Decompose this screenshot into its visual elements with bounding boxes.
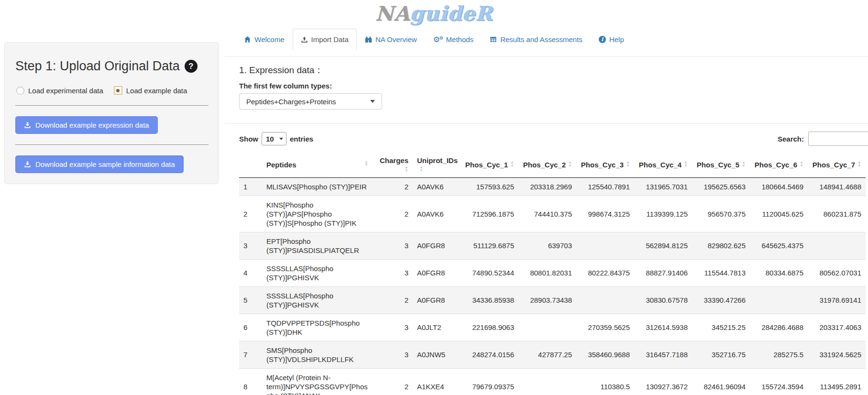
column-header-label: Uniprot_IDs	[417, 156, 458, 165]
row-index-cell: 7	[239, 341, 262, 368]
table-row[interactable]: 2KINS[Phospho (STY)]APS[Phospho (STY)]S[…	[239, 196, 866, 232]
table-cell: 79679.09375	[461, 368, 518, 395]
entries-select-value: 10	[266, 135, 274, 143]
table-cell: M[Acetyl (Protein N-term)]NPVYSPGSSGVPY[…	[262, 368, 372, 395]
column-header-charges[interactable]: Charges	[372, 151, 413, 177]
column-header-phos_cyc_7[interactable]: Phos_Cyc_7	[808, 151, 866, 177]
table-cell: 1139399.125	[634, 196, 692, 232]
column-header-phos_cyc_6[interactable]: Phos_Cyc_6	[750, 151, 808, 177]
table-cell: 712596.1875	[461, 196, 518, 232]
table-cell: 998674.3125	[576, 196, 634, 232]
table-cell: 316457.7188	[634, 341, 692, 368]
table-cell: 80801.82031	[518, 259, 576, 286]
table-cell: 80334.6875	[750, 259, 808, 286]
radio-selected-icon[interactable]	[114, 86, 122, 95]
column-header-uniprot_ids[interactable]: Uniprot_IDs	[413, 151, 461, 177]
table-header-row: PeptidesChargesUniprot_IDsPhos_Cyc_1Phos…	[239, 151, 866, 177]
download-example-expression-button[interactable]: Download example expression data	[15, 116, 158, 134]
content-layout: Step 1: Upload Original Data Load experi…	[0, 42, 868, 395]
table-cell: 115544.7813	[692, 259, 750, 286]
table-cell: 285275.5	[750, 341, 808, 368]
table-cell: 88827.91406	[634, 259, 692, 286]
expression-data-table: PeptidesChargesUniprot_IDsPhos_Cyc_1Phos…	[239, 151, 866, 395]
column-header-label: Charges	[380, 156, 408, 165]
table-cell: 1120045.625	[750, 196, 808, 232]
table-row[interactable]: 6TQDPVPPETPSDS[Phospho (STY)]DHK3A0JLT22…	[239, 314, 866, 341]
table-cell: 639703	[518, 232, 576, 259]
table-cell: 3	[372, 341, 413, 368]
table-cell: SSSSLLAS[Phospho (STY)]PGHISVK	[262, 259, 372, 286]
table-row[interactable]: 8M[Acetyl (Protein N-term)]NPVYSPGSSGVPY…	[239, 368, 866, 395]
column-header-label: Peptides	[266, 160, 297, 168]
table-cell: 3	[372, 259, 413, 286]
column-header-peptides[interactable]: Peptides	[262, 151, 372, 177]
column-header-index[interactable]	[239, 151, 262, 177]
datatable-controls: Show 10 entries Search:	[239, 132, 868, 146]
table-cell	[576, 286, 634, 314]
table-cell: EPT[Phospho (STY)]PSIASDISLPIATQELR	[262, 232, 372, 259]
column-header-phos_cyc_4[interactable]: Phos_Cyc_4	[634, 151, 692, 177]
app-logo-gray: NA	[375, 2, 410, 25]
show-label: Show	[239, 135, 258, 143]
table-cell: 110380.5	[576, 368, 634, 395]
table-cell: 148941.4688	[808, 177, 866, 196]
download-example-sample-info-button[interactable]: Download example sample information data	[15, 155, 184, 173]
column-header-phos_cyc_3[interactable]: Phos_Cyc_3	[576, 151, 634, 177]
column-header-phos_cyc_1[interactable]: Phos_Cyc_1	[461, 151, 518, 177]
divider	[225, 123, 868, 124]
sort-icon	[742, 161, 746, 167]
app-logo: NAguideR	[375, 3, 493, 25]
row-index-cell: 5	[239, 286, 262, 314]
question-circle-icon[interactable]	[185, 60, 198, 73]
table-cell: A0JNW5	[413, 341, 461, 368]
column-header-label: Phos_Cyc_6	[755, 160, 797, 168]
table-cell: SSSSLLAS[Phospho (STY)]PGHISVK	[262, 286, 372, 314]
table-cell: 221698.9063	[461, 314, 518, 341]
column-header-phos_cyc_2[interactable]: Phos_Cyc_2	[518, 151, 576, 177]
column-header-phos_cyc_5[interactable]: Phos_Cyc_5	[692, 151, 750, 177]
table-cell: 30830.67578	[634, 286, 692, 314]
table-cell: 180664.5469	[750, 177, 808, 196]
table-row[interactable]: 3EPT[Phospho (STY)]PSIASDISLPIATQELR3A0F…	[239, 232, 866, 259]
row-index-cell: 3	[239, 232, 262, 259]
table-row[interactable]: 7SMS[Phospho (STY)]VDLSHIPLKDPLLFK3A0JNW…	[239, 341, 866, 368]
sort-icon	[684, 161, 688, 167]
radio-load-experimental-data[interactable]: Load experimental data	[16, 87, 103, 95]
table-cell	[808, 232, 866, 259]
table-cell: 155724.3594	[750, 368, 808, 395]
table-cell: 312614.5938	[634, 314, 692, 341]
table-row[interactable]: 5SSSSLLAS[Phospho (STY)]PGHISVK2A0FGR834…	[239, 286, 866, 314]
sort-icon	[568, 161, 572, 167]
table-row[interactable]: 4SSSSLLAS[Phospho (STY)]PGHISVK3A0FGR874…	[239, 259, 866, 286]
search-label: Search:	[778, 135, 804, 143]
table-cell: 80562.07031	[808, 259, 866, 286]
table-cell: 34336.85938	[461, 286, 518, 314]
entries-select[interactable]: 10	[262, 132, 286, 145]
row-index-cell: 6	[239, 314, 262, 341]
table-cell: 2	[372, 177, 413, 196]
table-cell: 2	[372, 368, 413, 395]
column-types-dropdown[interactable]: Peptides+Charges+Proteins	[239, 93, 382, 110]
chevron-down-icon	[279, 138, 283, 140]
app-header: NAguideR	[0, 0, 868, 28]
sort-icon	[800, 161, 803, 167]
search-control: Search:	[778, 132, 868, 146]
table-cell: 284286.4688	[750, 314, 808, 341]
table-cell: A0AVK6	[413, 177, 461, 196]
sort-icon	[626, 161, 630, 167]
table-cell: 82461.96094	[692, 368, 750, 395]
divider	[15, 105, 209, 106]
table-row[interactable]: 1MLISAVS[Phospho (STY)]PEIR2A0AVK6157593…	[239, 177, 866, 196]
radio-icon[interactable]	[16, 87, 24, 95]
search-input[interactable]	[808, 132, 868, 146]
chevron-down-icon	[370, 100, 375, 103]
table-cell: 33390.47266	[692, 286, 750, 314]
table-cell: 860231.875	[808, 196, 866, 232]
table-body: 1MLISAVS[Phospho (STY)]PEIR2A0AVK6157593…	[239, 177, 866, 395]
sort-icon	[405, 166, 408, 172]
table-cell: SMS[Phospho (STY)]VDLSHIPLKDPLLFK	[262, 341, 372, 368]
upload-panel: Step 1: Upload Original Data Load experi…	[4, 42, 219, 184]
table-cell: A0FGR8	[413, 286, 461, 314]
radio-load-example-data[interactable]: Load example data	[114, 86, 187, 95]
table-cell: 28903.73438	[518, 286, 576, 314]
